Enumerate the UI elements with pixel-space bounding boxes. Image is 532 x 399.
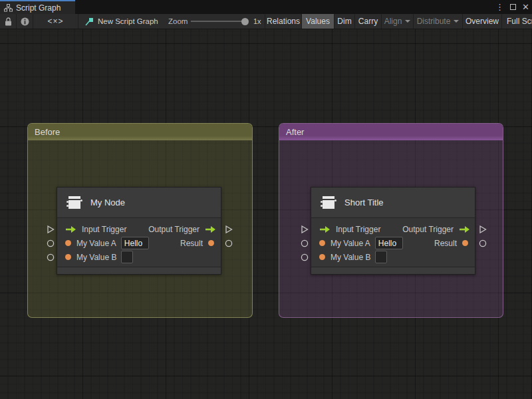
node-footer: [57, 267, 221, 274]
value-input-icon[interactable]: [319, 240, 325, 246]
external-value-port[interactable]: [46, 239, 55, 247]
node-header[interactable]: My Node: [57, 188, 221, 218]
window-menu-icon[interactable]: ⋮: [495, 0, 504, 14]
zoom-slider[interactable]: [191, 21, 245, 22]
tab-title: Script Graph: [16, 3, 61, 13]
value-a-port-row: My Value A Result: [57, 236, 221, 250]
toolbar-button-group: Relations Values Dim Carry Align Distrib…: [265, 14, 532, 29]
node-title: My Node: [90, 198, 125, 207]
graph-asset-name: New Script Graph: [98, 17, 158, 25]
relations-button[interactable]: Relations: [265, 14, 301, 29]
carry-button[interactable]: Carry: [354, 14, 381, 29]
script-graph-asset-icon: [85, 17, 94, 26]
graph-tree-icon: [4, 4, 13, 12]
external-flow-input-port[interactable]: [300, 225, 309, 233]
node-short-title[interactable]: Short Title Input Trigger Output Trigger: [311, 187, 475, 275]
zoom-label: Zoom: [168, 14, 188, 29]
external-value-port[interactable]: [46, 253, 55, 261]
group-title: Before: [35, 127, 60, 137]
flow-output-icon[interactable]: [205, 225, 216, 233]
code-icon: <×>: [47, 17, 63, 26]
edit-source-button[interactable]: <×>: [33, 14, 78, 29]
value-b-port-row: My Value B: [57, 250, 221, 264]
group-before-header[interactable]: Before: [28, 124, 252, 140]
info-button[interactable]: [17, 14, 33, 29]
external-value-port[interactable]: [300, 253, 309, 261]
value-output-icon[interactable]: [208, 240, 214, 246]
zoom-slider-thumb[interactable]: [241, 18, 249, 25]
flow-input-icon[interactable]: [65, 225, 76, 233]
window-controls: ⋮ ✕: [495, 0, 529, 14]
trigger-port-row: Input Trigger Output Trigger: [57, 222, 221, 236]
maximize-icon[interactable]: [510, 4, 516, 10]
values-button[interactable]: Values: [301, 14, 334, 29]
external-flow-output-port[interactable]: [224, 225, 233, 233]
tab-script-graph[interactable]: Script Graph: [0, 0, 75, 14]
lock-button[interactable]: [0, 14, 16, 29]
value-b-field[interactable]: [121, 251, 133, 263]
external-flow-input-port[interactable]: [46, 225, 55, 233]
value-a-port-row: My Value A Result: [311, 236, 475, 250]
group-title: After: [286, 127, 304, 137]
full-screen-button[interactable]: Full Screen: [501, 14, 532, 29]
dim-button[interactable]: Dim: [334, 14, 354, 29]
graph-toolbar: <×> New Script Graph Zoom 1x Relations V…: [0, 14, 532, 29]
lock-icon: [5, 17, 12, 26]
value-input-icon[interactable]: [65, 254, 71, 260]
value-b-field[interactable]: [375, 251, 387, 263]
zoom-value: 1x: [253, 14, 261, 29]
align-dropdown[interactable]: Align: [381, 14, 413, 29]
node-footer: [311, 267, 475, 274]
value-input-icon[interactable]: [319, 254, 325, 260]
group-after-header[interactable]: After: [279, 124, 503, 140]
node-my-node[interactable]: My Node Input Trigger Output Trigger: [57, 187, 221, 275]
flow-input-icon[interactable]: [319, 225, 331, 233]
distribute-dropdown[interactable]: Distribute: [413, 14, 462, 29]
overview-button[interactable]: Overview: [462, 14, 501, 29]
external-value-port[interactable]: [224, 239, 233, 247]
external-value-port[interactable]: [478, 239, 487, 247]
info-icon: [21, 17, 29, 26]
graph-asset-indicator[interactable]: New Script Graph: [85, 14, 158, 29]
chevron-down-icon: [405, 20, 410, 23]
script-graph-window: Script Graph ⋮ ✕ <×>: [0, 0, 532, 399]
value-input-icon[interactable]: [65, 240, 71, 246]
unit-icon: [320, 194, 337, 211]
value-a-field[interactable]: [121, 237, 149, 249]
value-a-field[interactable]: [375, 237, 403, 249]
trigger-port-row: Input Trigger Output Trigger: [311, 222, 475, 236]
chevron-down-icon: [454, 20, 459, 23]
unit-icon: [66, 194, 83, 211]
value-output-icon[interactable]: [462, 240, 468, 246]
external-value-port[interactable]: [300, 239, 309, 247]
flow-output-icon[interactable]: [459, 225, 470, 233]
close-icon[interactable]: ✕: [522, 0, 529, 14]
node-header[interactable]: Short Title: [311, 188, 475, 218]
external-flow-output-port[interactable]: [478, 225, 487, 233]
graph-canvas[interactable]: Before After My Node: [0, 29, 532, 399]
node-title: Short Title: [344, 198, 384, 207]
tab-bar: Script Graph ⋮ ✕: [0, 0, 532, 14]
value-b-port-row: My Value B: [311, 250, 475, 264]
